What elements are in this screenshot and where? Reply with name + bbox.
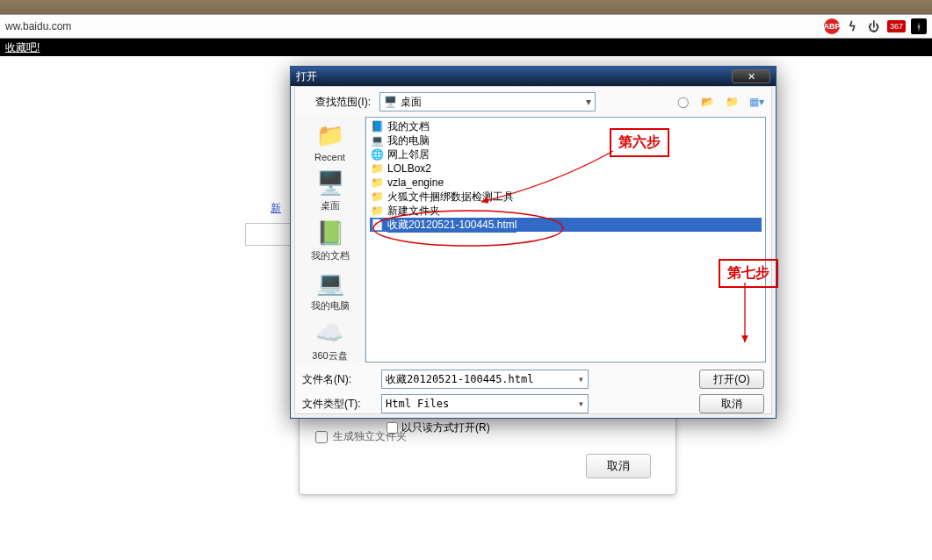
filetype-value: Html Files — [386, 398, 449, 410]
power-icon[interactable]: ⏻ — [866, 18, 882, 34]
close-icon[interactable]: ✕ — [732, 69, 770, 83]
chevron-down-icon[interactable]: ▾ — [578, 373, 584, 385]
cloud-icon: ☁️ — [313, 318, 346, 348]
back-icon[interactable]: ◯ — [675, 94, 690, 110]
desktop-icon: 🖥️ — [384, 96, 397, 108]
place-label: 360云盘 — [312, 349, 347, 363]
bookmark-link[interactable]: 收藏吧! — [5, 40, 40, 55]
place-label: Recent — [314, 152, 345, 162]
place-mydocs[interactable]: 📗 我的文档 — [311, 218, 350, 262]
abp-icon[interactable]: ABP — [824, 18, 840, 34]
readonly-label: 以只读方式打开(R) — [401, 420, 490, 435]
bluetooth-icon[interactable]: ᚼ — [911, 18, 927, 34]
selection-ellipse-annotation — [366, 118, 765, 362]
file-list[interactable]: 📘我的文档 💻我的电脑 🌐网上邻居 📁LOLBox2 📁vzla_engine … — [365, 117, 766, 363]
chevron-down-icon[interactable]: ▾ — [586, 96, 591, 108]
open-file-dialog: 打开 ✕ 查找范围(I): 🖥️ 桌面 ▾ ◯ 📂 📁 ▦▾ 📁 Recent — [290, 66, 777, 419]
page-link[interactable]: 新 — [271, 201, 281, 216]
address-bar[interactable]: ww.baidu.com ABP ϟ ⏻ 367 ᚼ — [0, 14, 932, 39]
view-menu-icon[interactable]: ▦▾ — [748, 94, 764, 110]
place-label: 桌面 — [321, 199, 340, 212]
filetype-combo[interactable]: Html Files ▾ — [381, 394, 589, 413]
bookmark-bar: 收藏吧! — [0, 39, 932, 56]
bg-cancel-button[interactable]: 取消 — [586, 454, 651, 478]
readonly-checkbox[interactable] — [387, 422, 398, 434]
place-label: 我的电脑 — [311, 299, 350, 312]
filetype-label: 文件类型(T): — [302, 397, 371, 412]
desktop-icon: 🖥️ — [314, 168, 347, 197]
filename-label: 文件名(N): — [302, 372, 371, 387]
new-folder-icon[interactable]: 📁 — [724, 94, 740, 110]
annotation-step7: 第七步 — [719, 259, 778, 288]
place-mycomputer[interactable]: 💻 我的电脑 — [311, 268, 350, 312]
computer-icon: 💻 — [314, 268, 347, 298]
dialog-title: 打开 — [296, 69, 317, 84]
lookin-value: 桌面 — [401, 95, 422, 110]
cancel-button[interactable]: 取消 — [699, 394, 764, 413]
up-icon[interactable]: 📂 — [699, 94, 715, 110]
folder-icon: 📁 — [314, 120, 347, 150]
addr-icon-group: ABP ϟ ⏻ 367 ᚼ — [824, 18, 927, 34]
filename-input[interactable]: 收藏20120521-100445.html ▾ — [381, 370, 589, 389]
place-recent[interactable]: 📁 Recent — [314, 120, 347, 162]
svg-point-0 — [373, 211, 563, 246]
url-text: ww.baidu.com — [5, 20, 71, 32]
flash-icon[interactable]: ϟ — [845, 18, 861, 34]
filename-value: 收藏20120521-100445.html — [386, 372, 534, 387]
dev-badge-icon[interactable]: 367 — [887, 20, 906, 32]
place-desktop[interactable]: 🖥️ 桌面 — [314, 168, 347, 212]
dialog-titlebar[interactable]: 打开 ✕ — [291, 67, 776, 86]
lookin-label: 查找范围(I): — [302, 95, 371, 110]
chevron-down-icon[interactable]: ▾ — [578, 398, 584, 410]
lookin-combo[interactable]: 🖥️ 桌面 ▾ — [379, 92, 596, 111]
open-button[interactable]: 打开(O) — [699, 370, 764, 389]
place-label: 我的文档 — [311, 249, 350, 262]
place-cloud[interactable]: ☁️ 360云盘 — [312, 318, 347, 363]
documents-icon: 📗 — [314, 218, 347, 248]
places-bar: 📁 Recent 🖥️ 桌面 📗 我的文档 💻 我的电脑 ☁️ 36 — [295, 117, 365, 363]
annotation-step6: 第六步 — [610, 128, 669, 157]
